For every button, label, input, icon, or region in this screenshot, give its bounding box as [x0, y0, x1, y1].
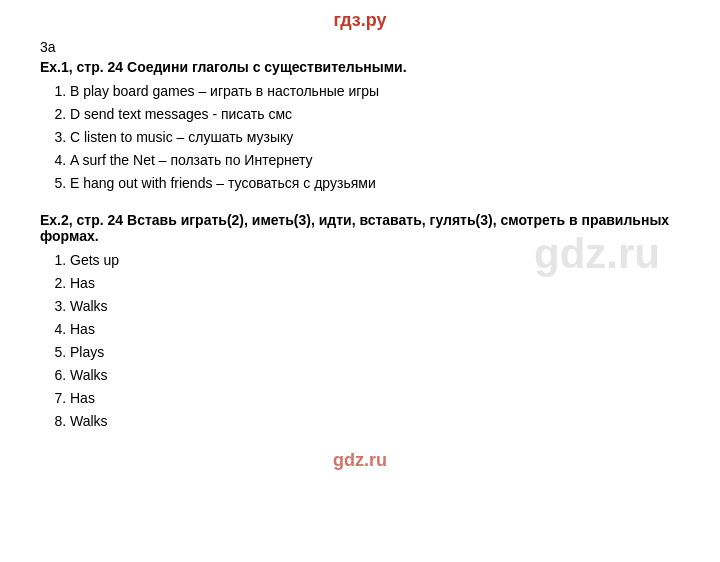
exercise2-list: Gets upHasWalksHasPlaysWalksHasWalks	[70, 250, 680, 432]
exercise1-item-1: В play board games – играть в настольные…	[70, 81, 680, 102]
exercise1-item-3: C listen to music – слушать музыку	[70, 127, 680, 148]
exercise1-block: Ex.1, стр. 24 Соедини глаголы с существи…	[40, 59, 680, 194]
exercise2-item-7: Has	[70, 388, 680, 409]
exercise2-item-2: Has	[70, 273, 680, 294]
exercise2-title: Ex.2, стр. 24 Вставь играть(2), иметь(3)…	[40, 212, 680, 244]
section-label: 3а	[40, 39, 680, 55]
page-container: гдз.ру 3а Ex.1, стр. 24 Соедини глаголы …	[0, 0, 720, 562]
exercise2-block: Ex.2, стр. 24 Вставь играть(2), иметь(3)…	[40, 212, 680, 432]
exercise2-item-3: Walks	[70, 296, 680, 317]
exercise1-title: Ex.1, стр. 24 Соедини глаголы с существи…	[40, 59, 680, 75]
exercise2-item-4: Has	[70, 319, 680, 340]
exercise1-item-2: D send text messages - писать смс	[70, 104, 680, 125]
exercise1-item-5: E hang out with friends – тусоваться с д…	[70, 173, 680, 194]
footer-watermark: gdz.ru	[40, 450, 680, 471]
site-header: гдз.ру	[40, 10, 680, 31]
exercise2-item-6: Walks	[70, 365, 680, 386]
exercise2-item-8: Walks	[70, 411, 680, 432]
exercise1-item-4: A surf the Net – ползать по Интернету	[70, 150, 680, 171]
exercise2-item-5: Plays	[70, 342, 680, 363]
exercise2-item-1: Gets up	[70, 250, 680, 271]
exercise1-list: В play board games – играть в настольные…	[70, 81, 680, 194]
